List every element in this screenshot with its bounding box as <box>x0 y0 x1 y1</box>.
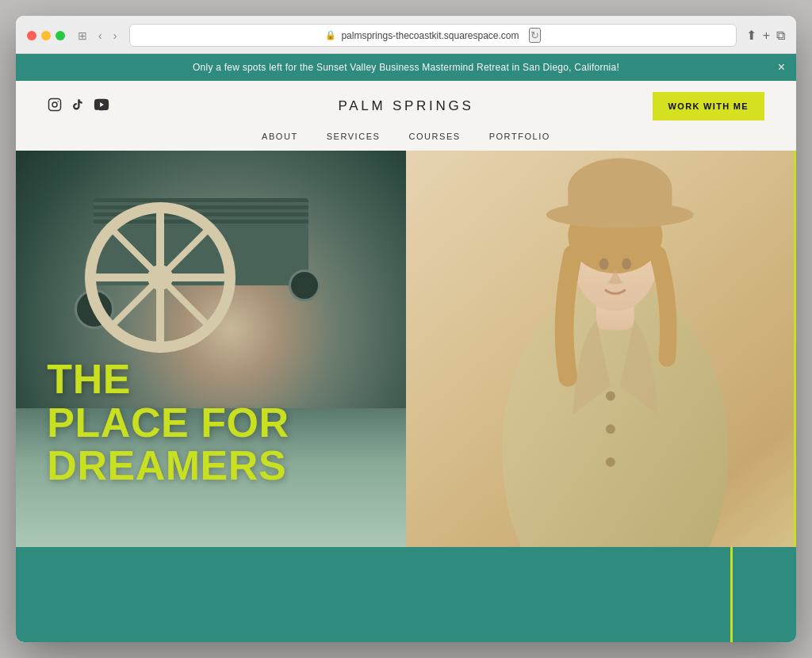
hero-right-panel <box>406 151 796 547</box>
svg-point-21 <box>606 457 615 467</box>
website: Only a few spots left for the Sunset Val… <box>16 54 796 642</box>
svg-point-19 <box>606 392 615 401</box>
svg-rect-0 <box>49 99 61 111</box>
tiktok-icon[interactable] <box>71 98 84 115</box>
hero-left-panel: THE PLACE FOR DREAMERS <box>16 151 406 547</box>
lock-icon: 🔒 <box>325 30 336 40</box>
sidebar-toggle-button[interactable]: ⊞ <box>75 28 90 44</box>
site-header: PALM SPRINGS WORK WITH ME ABOUT SERVICES… <box>16 81 796 151</box>
banner-close-button[interactable]: × <box>778 61 785 74</box>
svg-point-20 <box>606 424 615 434</box>
teal-left <box>16 547 730 642</box>
announcement-banner: Only a few spots left for the Sunset Val… <box>16 54 796 81</box>
gauge-2 <box>289 270 320 301</box>
address-bar[interactable]: 🔒 palmsprings-thecoastkit.squarespace.co… <box>129 24 736 47</box>
announcement-text: Only a few spots left for the Sunset Val… <box>193 62 619 73</box>
social-icons <box>48 98 109 115</box>
nav-courses[interactable]: COURSES <box>408 132 460 141</box>
browser-actions: ⬆ + ⧉ <box>746 28 785 43</box>
woman-figure <box>406 151 796 547</box>
teal-right-area <box>733 547 796 642</box>
site-nav: ABOUT SERVICES COURSES PORTFOLIO <box>16 132 796 151</box>
svg-point-2 <box>57 101 59 102</box>
nav-portfolio[interactable]: PORTFOLIO <box>489 132 550 141</box>
minimize-button[interactable] <box>41 31 51 40</box>
work-with-me-button[interactable]: WORK WITH ME <box>653 92 764 121</box>
youtube-icon[interactable] <box>94 98 109 114</box>
reload-button[interactable]: ↻ <box>529 28 541 43</box>
browser-controls: ⊞ ‹ › <box>75 28 120 44</box>
site-title-area: PALM SPRINGS <box>338 98 473 114</box>
site-title: PALM SPRINGS <box>338 98 473 114</box>
teal-section <box>16 547 796 642</box>
back-button[interactable]: ‹ <box>95 28 105 44</box>
url-text: palmsprings-thecoastkit.squarespace.com <box>341 30 519 41</box>
share-button[interactable]: ⬆ <box>746 28 756 43</box>
maximize-button[interactable] <box>56 31 65 40</box>
svg-rect-16 <box>568 189 672 215</box>
hero-section: THE PLACE FOR DREAMERS <box>16 151 796 547</box>
traffic-lights <box>27 31 65 40</box>
svg-point-1 <box>52 102 57 107</box>
svg-point-18 <box>622 258 631 270</box>
right-accent-line <box>794 151 796 547</box>
new-tab-button[interactable]: + <box>763 29 770 43</box>
headline-text: THE PLACE FOR DREAMERS <box>47 358 289 488</box>
close-button[interactable] <box>27 31 36 40</box>
forward-button[interactable]: › <box>110 28 121 44</box>
svg-point-17 <box>599 258 609 270</box>
instagram-icon[interactable] <box>48 98 62 115</box>
browser-chrome: ⊞ ‹ › 🔒 palmsprings-thecoastkit.squaresp… <box>16 16 796 54</box>
tab-overview-button[interactable]: ⧉ <box>776 29 785 43</box>
nav-about[interactable]: ABOUT <box>262 132 298 141</box>
nav-services[interactable]: SERVICES <box>327 132 381 141</box>
steering-wheel <box>81 198 224 341</box>
hero-headline: THE PLACE FOR DREAMERS <box>47 358 289 488</box>
browser-window: ⊞ ‹ › 🔒 palmsprings-thecoastkit.squaresp… <box>16 16 796 642</box>
svg-point-8 <box>147 265 173 290</box>
